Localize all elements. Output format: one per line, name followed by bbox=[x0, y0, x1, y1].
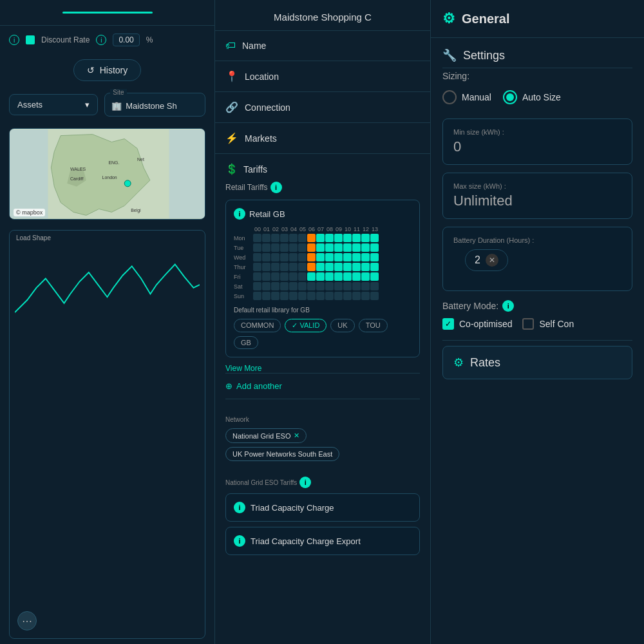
assets-label: Assets bbox=[17, 100, 43, 109]
retail-tariffs-label: Retail Tariffs bbox=[225, 183, 268, 192]
tariffs-title: 💲 Tariffs bbox=[225, 163, 420, 175]
gear-icon: ⚙ bbox=[442, 10, 455, 27]
building-icon: 🏢 bbox=[111, 101, 122, 111]
co-optimised-checkbox[interactable]: ✓ Co-optimised bbox=[442, 318, 512, 330]
tag-tou[interactable]: TOU bbox=[359, 319, 388, 332]
auto-size-radio[interactable]: Auto Size bbox=[503, 90, 561, 104]
add-icon: ⊕ bbox=[225, 381, 232, 391]
svg-rect-1 bbox=[10, 129, 48, 219]
middle-panel: Maidstone Shopping C 🏷 Name 📍 Location 🔗… bbox=[215, 0, 431, 644]
nge-tariffs-section: National Grid ESO Tariffs i i Triad Capa… bbox=[215, 469, 430, 568]
tariff-row-thu: Thur bbox=[234, 263, 412, 271]
network-tag-2-label: UK Power Networks South East bbox=[232, 450, 332, 458]
site-name-text: Maidstone Sh bbox=[126, 101, 177, 111]
max-size-label: Max size (kWh) : bbox=[453, 182, 621, 190]
divider-2 bbox=[442, 340, 632, 341]
three-dots-button[interactable]: ⋯ bbox=[17, 611, 37, 630]
co-optimised-check: ✓ bbox=[442, 318, 454, 330]
network-tags: National Grid ESO ✕ UK Power Networks So… bbox=[225, 428, 420, 461]
min-size-label: Min size (kWh) : bbox=[453, 128, 621, 136]
manual-radio[interactable]: Manual bbox=[442, 90, 491, 104]
svg-text:WALES: WALES bbox=[70, 167, 86, 171]
retail-tariffs-header: Retail Tariffs i bbox=[225, 182, 420, 193]
triad-export-label: Triad Capacity Charge Export bbox=[251, 536, 361, 546]
battery-duration-field: Battery Duration (Hours) : 2 ✕ bbox=[442, 227, 632, 291]
svg-text:Cardiff: Cardiff bbox=[70, 176, 83, 181]
location-icon: 📍 bbox=[225, 70, 238, 82]
nge-tariffs-label: National Grid ESO Tariffs i bbox=[225, 477, 420, 488]
max-size-field[interactable]: Max size (kWh) : Unlimited bbox=[442, 173, 632, 219]
nge-tariffs-text: National Grid ESO Tariffs bbox=[225, 479, 297, 486]
site-title: Maidstone Shopping C bbox=[274, 12, 372, 23]
add-another-button[interactable]: ⊕ Add another bbox=[225, 373, 420, 399]
battery-duration-label: Battery Duration (Hours) : bbox=[453, 236, 621, 244]
svg-text:Net: Net bbox=[137, 157, 144, 162]
self-con-checkbox[interactable]: Self Con bbox=[522, 318, 574, 330]
sizing-options: Manual Auto Size bbox=[431, 88, 644, 115]
network-tag-1-label: National Grid ESO bbox=[232, 432, 290, 440]
battery-mode-text: Battery Mode: bbox=[442, 301, 498, 311]
tariff-row-wed: Wed bbox=[234, 253, 412, 261]
settings-title: 🔧 Settings bbox=[431, 38, 644, 68]
info-icon: i bbox=[9, 35, 19, 45]
min-size-field[interactable]: Min size (kWh) : 0 bbox=[442, 118, 632, 165]
manual-label: Manual bbox=[462, 92, 491, 102]
history-button[interactable]: ↺ History bbox=[73, 59, 142, 81]
connection-label: Connection bbox=[245, 102, 290, 113]
sizing-label: Sizing: bbox=[431, 68, 644, 88]
triad-info-icon: i bbox=[234, 502, 245, 513]
rates-label: Rates bbox=[470, 356, 500, 370]
manual-radio-circle bbox=[442, 90, 457, 104]
location-section[interactable]: 📍 Location bbox=[215, 61, 430, 92]
battery-duration-value-row: 2 ✕ bbox=[453, 247, 621, 281]
network-tag-2[interactable]: UK Power Networks South East bbox=[225, 447, 339, 461]
connection-section[interactable]: 🔗 Connection bbox=[215, 92, 430, 123]
svg-text:ENG.: ENG. bbox=[108, 160, 119, 165]
retail-gb-card: i Retail GB 0001020304050607080910111213… bbox=[225, 200, 420, 357]
triad-card-2: i Triad Capacity Charge Export bbox=[225, 527, 420, 555]
remove-network-1-button[interactable]: ✕ bbox=[294, 431, 299, 440]
site-select[interactable]: Site 🏢 Maidstone Sh bbox=[104, 93, 205, 117]
retail-gb-info-icon: i bbox=[234, 208, 245, 220]
network-tag-1[interactable]: National Grid ESO ✕ bbox=[225, 428, 307, 443]
connection-icon: 🔗 bbox=[225, 101, 238, 113]
view-more-link[interactable]: View More bbox=[225, 364, 420, 373]
battery-mode-info-icon: i bbox=[502, 300, 514, 312]
progress-bar bbox=[62, 12, 153, 14]
auto-size-label: Auto Size bbox=[522, 92, 561, 102]
name-section[interactable]: 🏷 Name bbox=[215, 31, 430, 61]
tariff-row-sun: Sun bbox=[234, 292, 412, 300]
tariff-row-mon: Mon bbox=[234, 234, 412, 242]
add-another-label: Add another bbox=[236, 381, 282, 391]
assets-dropdown[interactable]: Assets ▾ bbox=[9, 94, 98, 115]
site-area: Assets ▾ Site 🏢 Maidstone Sh bbox=[0, 86, 214, 123]
markets-icon: ⚡ bbox=[225, 132, 238, 144]
discount-rate-value[interactable]: 0.00 bbox=[113, 33, 139, 46]
load-shape-label: Load Shape bbox=[16, 234, 51, 242]
self-con-label: Self Con bbox=[539, 319, 574, 329]
site-value: 🏢 Maidstone Sh bbox=[111, 101, 198, 111]
network-section: Network National Grid ESO ✕ UK Power Net… bbox=[215, 408, 430, 469]
tag-gb[interactable]: GB bbox=[234, 336, 258, 349]
svg-point-3 bbox=[124, 180, 131, 187]
triad-label: Triad Capacity Charge bbox=[251, 503, 334, 513]
checkbox[interactable] bbox=[26, 35, 35, 44]
tag-common[interactable]: COMMON bbox=[234, 319, 281, 332]
tag-uk[interactable]: UK bbox=[330, 319, 354, 332]
min-size-value: 0 bbox=[453, 138, 621, 155]
svg-text:London: London bbox=[102, 175, 117, 180]
map-container: Maidstone Shopping Centre Cardiff London… bbox=[9, 128, 205, 220]
auto-size-radio-circle bbox=[503, 90, 517, 104]
retail-gb-header: i Retail GB bbox=[234, 208, 412, 220]
history-icon: ↺ bbox=[87, 65, 95, 75]
retail-gb-label: Retail GB bbox=[249, 209, 285, 219]
remove-duration-button[interactable]: ✕ bbox=[486, 254, 498, 267]
duration-badge[interactable]: 2 ✕ bbox=[465, 249, 508, 271]
tag-valid[interactable]: ✓ VALID bbox=[285, 319, 327, 332]
general-label: General bbox=[462, 12, 509, 26]
discount-info-icon: i bbox=[96, 35, 106, 45]
right-panel: ⚙ General 🔧 Settings Sizing: Manual Auto… bbox=[431, 0, 644, 644]
markets-section[interactable]: ⚡ Markets bbox=[215, 123, 430, 154]
discount-rate-label: Discount Rate bbox=[41, 35, 90, 44]
duration-number: 2 bbox=[475, 254, 480, 266]
